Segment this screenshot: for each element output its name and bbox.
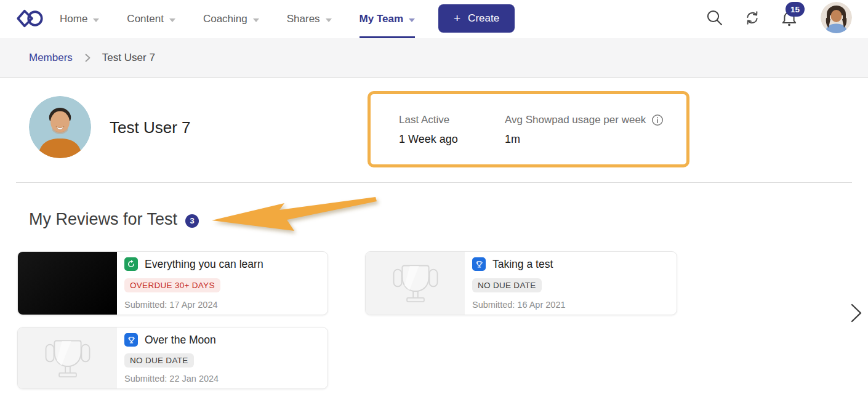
test-icon: [124, 333, 138, 347]
reviews-heading: My Reviews for Test: [29, 210, 177, 229]
nav-label: Content: [127, 13, 164, 25]
plus-icon: +: [454, 12, 460, 25]
chevron-down-icon: [253, 18, 259, 22]
stat-label: Avg Showpad usage per week: [505, 114, 646, 126]
card-thumbnail: [18, 252, 117, 315]
profile-name: Test User 7: [110, 118, 191, 137]
search-icon: [705, 9, 723, 26]
trophy-icon: [382, 257, 449, 309]
stat-value: 1m: [505, 133, 664, 146]
stat-value: 1 Week ago: [399, 133, 505, 146]
nav-label: Home: [60, 13, 87, 25]
review-title: Over the Moon: [145, 334, 216, 347]
breadcrumb: Members Test User 7: [0, 38, 868, 78]
stat-label: Last Active: [399, 114, 505, 126]
review-card[interactable]: Everything you can learn OVERDUE 30+ DAY…: [17, 251, 328, 315]
usage-stats-box: Last Active 1 Week ago Avg Showpad usage…: [368, 91, 689, 167]
chevron-down-icon: [93, 18, 99, 22]
showpad-logo-icon[interactable]: [16, 6, 43, 34]
stat-last-active: Last Active 1 Week ago: [399, 114, 505, 164]
chevron-down-icon: [326, 18, 332, 22]
nav-label: Coaching: [203, 13, 247, 25]
chevron-down-icon: [169, 18, 175, 22]
submitted-date: Submitted: 16 Apr 2021: [472, 300, 667, 310]
nav-item-home[interactable]: Home: [60, 0, 99, 38]
chevron-right-icon: [81, 52, 94, 64]
card-thumbnail: [366, 252, 465, 315]
card-thumbnail: [18, 328, 117, 388]
retake-icon: [124, 257, 138, 271]
user-avatar[interactable]: [821, 2, 852, 33]
nav-label: Shares: [287, 13, 320, 25]
create-button-label: Create: [468, 12, 499, 25]
status-badge: OVERDUE 30+ DAYS: [124, 278, 220, 292]
trophy-icon: [34, 332, 101, 384]
section-divider: [16, 182, 852, 183]
nav-item-my-team[interactable]: My Team: [360, 0, 416, 38]
app-header: Home Content Coaching Shares My Team +: [0, 0, 868, 38]
chevron-down-icon: [409, 18, 415, 22]
reviews-count-badge: 3: [185, 214, 199, 228]
status-badge: NO DUE DATE: [472, 278, 542, 292]
stat-avg-usage: Avg Showpad usage per week 1m: [505, 114, 664, 164]
info-icon[interactable]: [651, 114, 664, 126]
reviews-heading-row: My Reviews for Test 3: [29, 210, 199, 229]
card-body: Taking a test NO DUE DATE Submitted: 16 …: [465, 252, 677, 315]
review-title: Taking a test: [492, 258, 553, 271]
carousel-next-button[interactable]: [843, 300, 868, 325]
sync-button[interactable]: [744, 9, 761, 28]
search-button[interactable]: [705, 9, 723, 28]
page: Home Content Coaching Shares My Team +: [0, 0, 868, 402]
annotation-arrow: [207, 191, 382, 237]
review-card[interactable]: Taking a test NO DUE DATE Submitted: 16 …: [365, 251, 677, 315]
submitted-date: Submitted: 22 Jan 2024: [124, 374, 318, 384]
card-body: Over the Moon NO DUE DATE Submitted: 22 …: [117, 328, 328, 388]
nav-label: My Team: [360, 13, 404, 25]
chevron-right-icon: [843, 300, 868, 325]
submitted-date: Submitted: 17 Apr 2024: [124, 300, 318, 310]
breadcrumb-current: Test User 7: [102, 52, 155, 64]
breadcrumb-link-members[interactable]: Members: [29, 52, 73, 64]
sync-icon: [744, 9, 761, 26]
status-badge: NO DUE DATE: [124, 353, 194, 368]
test-icon: [472, 257, 486, 271]
main-nav: Home Content Coaching Shares My Team: [60, 0, 415, 38]
review-card[interactable]: Over the Moon NO DUE DATE Submitted: 22 …: [17, 327, 328, 389]
notification-count-badge: 15: [786, 2, 805, 17]
nav-item-shares[interactable]: Shares: [287, 0, 332, 38]
create-button[interactable]: + Create: [438, 4, 515, 33]
review-title: Everything you can learn: [145, 258, 263, 271]
nav-item-content[interactable]: Content: [127, 0, 175, 38]
profile-avatar: [29, 96, 91, 158]
nav-item-coaching[interactable]: Coaching: [203, 0, 259, 38]
card-body: Everything you can learn OVERDUE 30+ DAY…: [117, 252, 328, 315]
